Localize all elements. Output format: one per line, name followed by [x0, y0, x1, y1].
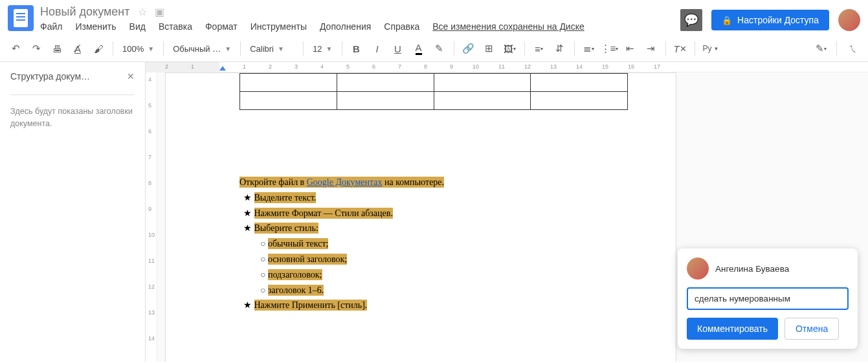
menubar: Файл Изменить Вид Вставка Формат Инструм… [40, 21, 680, 32]
zoom-select[interactable]: 100%▼ [118, 44, 158, 54]
google-docs-link[interactable]: Google Документах [307, 177, 383, 187]
list-item[interactable]: Выберите стиль: [258, 221, 676, 236]
folder-icon[interactable]: ▣ [155, 6, 164, 18]
document-title[interactable]: Новый документ [40, 5, 130, 19]
menu-file[interactable]: Файл [40, 21, 62, 32]
text-color-button[interactable]: A [410, 39, 428, 58]
menu-addons[interactable]: Дополнения [320, 21, 371, 32]
menu-insert[interactable]: Вставка [159, 21, 192, 32]
list-item[interactable]: заголовок 1–6. [274, 283, 676, 298]
comment-cancel-button[interactable]: Отмена [785, 318, 839, 340]
bold-button[interactable]: B [348, 39, 366, 58]
lock-icon: 🔒 [722, 16, 732, 25]
editing-mode-button[interactable]: ✎ ▾ [812, 39, 830, 58]
print-button[interactable]: 🖶 [48, 39, 66, 58]
list-item[interactable]: Нажмите Формат — Стили абзацев. [258, 206, 676, 221]
menu-edit[interactable]: Изменить [75, 21, 116, 32]
redo-button[interactable]: ↷ [27, 39, 45, 58]
insert-comment-button[interactable]: ⊞ [480, 39, 498, 58]
vertical-ruler[interactable]: 4 5 6 7 8 9 10 11 12 13 14 [146, 72, 157, 362]
italic-button[interactable]: I [368, 39, 386, 58]
list-item[interactable]: подзаголовок; [274, 267, 676, 283]
comment-popup: Ангелина Буваева Комментировать Отмена [678, 248, 858, 349]
outline-title: Структура докум… [10, 71, 90, 82]
list-item[interactable]: обычный текст; [274, 236, 676, 252]
list-item[interactable]: Выделите текст. [258, 190, 676, 206]
undo-button[interactable]: ↶ [6, 39, 25, 58]
font-select[interactable]: Calibri▼ [246, 44, 298, 54]
star-icon[interactable]: ☆ [138, 6, 147, 18]
menu-view[interactable]: Вид [129, 21, 146, 32]
toolbar: ↶ ↷ 🖶 A̸ 🖌 100%▼ Обычный …▼ Calibri▼ 12▼… [0, 36, 868, 62]
bulleted-list-button[interactable]: ⋮≡▾ [601, 39, 619, 58]
indent-marker-icon[interactable] [219, 66, 226, 71]
numbered-list-button[interactable]: ≣▾ [580, 39, 598, 58]
horizontal-ruler[interactable]: 2 1 1 2 3 4 5 6 7 8 9 10 11 12 13 14 15 … [146, 62, 868, 72]
menu-tools[interactable]: Инструменты [250, 21, 307, 32]
align-button[interactable]: ≡▾ [530, 39, 548, 58]
clear-formatting-button[interactable]: T✕ [671, 39, 689, 58]
highlight-button[interactable]: ✎ [430, 39, 449, 58]
list-item[interactable]: основной заголовок; [274, 252, 676, 267]
menu-help[interactable]: Справка [384, 21, 419, 32]
spellcheck-button[interactable]: A̸ [69, 39, 87, 58]
comment-input[interactable] [687, 287, 849, 310]
page[interactable]: Откройте файл в Google Документах на ком… [165, 72, 676, 362]
user-avatar[interactable] [838, 9, 860, 31]
open-comments-button[interactable]: 💬 [680, 9, 702, 31]
menu-format[interactable]: Формат [205, 21, 238, 32]
insert-link-button[interactable]: 🔗 [460, 39, 478, 58]
list-item[interactable]: Нажмите Применить [стиль]. [258, 298, 676, 313]
saved-status[interactable]: Все изменения сохранены на Диске [432, 21, 584, 32]
comment-avatar [687, 258, 709, 280]
outline-panel: Структура докум… ✕ Здесь будут показаны … [0, 62, 146, 362]
increase-indent-button[interactable]: ⇥ [642, 39, 660, 58]
comment-submit-button[interactable]: Комментировать [687, 318, 778, 340]
hide-menus-button[interactable]: ㄟ [843, 39, 862, 58]
insert-image-button[interactable]: 🖼▾ [501, 39, 519, 58]
outline-empty-text: Здесь будут показаны заголовки документа… [10, 105, 135, 130]
font-size-select[interactable]: 12▼ [309, 44, 336, 54]
share-label: Настройки Доступа [737, 15, 819, 25]
document-body-text[interactable]: Откройте файл в Google Документах на ком… [239, 175, 676, 313]
decrease-indent-button[interactable]: ⇤ [621, 39, 640, 58]
document-table[interactable] [239, 73, 628, 110]
underline-button[interactable]: U [389, 39, 407, 58]
paint-format-button[interactable]: 🖌 [89, 39, 107, 58]
docs-logo[interactable] [8, 5, 34, 31]
line-spacing-button[interactable]: ⇵ [551, 39, 569, 58]
close-outline-button[interactable]: ✕ [127, 71, 135, 82]
comment-author: Ангелина Буваева [715, 264, 789, 274]
share-button[interactable]: 🔒 Настройки Доступа [711, 10, 829, 30]
paragraph-style-select[interactable]: Обычный …▼ [169, 44, 235, 54]
input-language-button[interactable]: Ру ▼ [700, 43, 722, 54]
